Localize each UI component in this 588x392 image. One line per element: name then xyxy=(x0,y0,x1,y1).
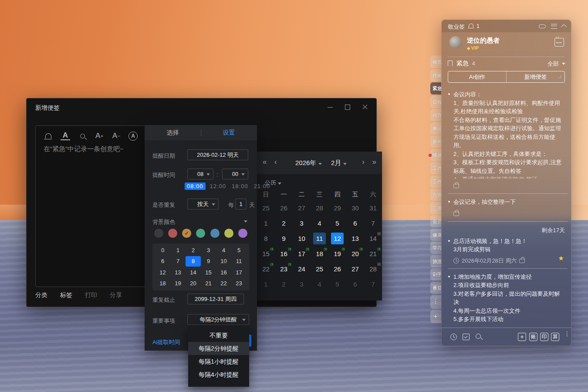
note-item[interactable]: 会议内容： 1、质量控制:认真把好原材料、构配件使用 关,杜绝使用未经检验或检验… xyxy=(448,86,568,194)
hour-cell[interactable]: 2 xyxy=(186,245,201,256)
recite-mode-icon[interactable]: A xyxy=(128,132,138,141)
prev-month-icon[interactable]: ‹ xyxy=(274,158,277,166)
day-cell[interactable]: 4 xyxy=(311,216,328,231)
sidebar-tab-旅游[interactable]: 旅游 xyxy=(430,255,441,267)
time-view-icon[interactable] xyxy=(450,334,457,340)
hour-cell[interactable]: 6 xyxy=(155,256,170,267)
sidebar-tab-待办[interactable]: 待办 xyxy=(430,109,441,121)
year-select[interactable]: 2026年 xyxy=(295,159,322,167)
hour-cell[interactable]: 8 xyxy=(186,256,201,267)
month-select[interactable]: 2月 xyxy=(331,159,347,167)
sidebar-tab-三班[interactable]: 三班 xyxy=(430,202,441,214)
hour-select[interactable]: 08 xyxy=(187,169,213,179)
hour-cell[interactable]: 0 xyxy=(155,245,170,256)
search-icon[interactable] xyxy=(78,131,87,141)
day-cell[interactable]: 23休 xyxy=(275,261,293,277)
menu-icon[interactable] xyxy=(551,24,557,29)
day-cell[interactable]: 19休 xyxy=(328,246,346,261)
day-cell[interactable]: 30 xyxy=(346,200,364,216)
remind-date-input[interactable]: 2026-02-12 明天 xyxy=(187,149,248,160)
hour-cell[interactable]: 11 xyxy=(231,256,247,267)
font-increase-icon[interactable]: A+ xyxy=(95,131,104,141)
day-cell[interactable]: 3 xyxy=(293,216,311,231)
sidebar-tab-工作[interactable]: 工作 xyxy=(430,176,441,188)
footer-action-分类[interactable]: 分类 xyxy=(35,291,47,299)
day-cell[interactable]: 2 xyxy=(275,277,293,292)
notification-bell-icon[interactable] xyxy=(469,24,473,27)
day-cell[interactable]: 15休 xyxy=(257,246,275,261)
day-cell[interactable]: 1 xyxy=(257,277,275,292)
star-icon[interactable]: ★ xyxy=(558,254,564,262)
next-year-icon[interactable]: » xyxy=(372,158,376,166)
day-cell[interactable]: 26 xyxy=(275,200,293,216)
day-cell[interactable]: 9 xyxy=(275,231,293,246)
color-swatch[interactable] xyxy=(224,229,233,238)
hour-cell[interactable]: 1 xyxy=(170,245,186,256)
sidebar-tab-紧急[interactable]: 紧急 xyxy=(430,82,441,95)
avatar[interactable] xyxy=(449,36,462,48)
hour-cell[interactable]: 21 xyxy=(201,278,216,289)
footer-action-标签[interactable]: 标签 xyxy=(60,291,72,299)
repeat-select[interactable]: 按天 xyxy=(187,199,219,210)
ai-create-button[interactable]: Ai创作 xyxy=(448,71,506,82)
note-item[interactable]: 会议记录，抽空整理一下 xyxy=(448,194,568,222)
sidebar-tab-工作[interactable]: 工作 xyxy=(430,162,441,174)
collapse-icon[interactable] xyxy=(561,24,567,30)
sidebar-tab-会员[interactable]: 会员 xyxy=(430,215,441,227)
next-month-icon[interactable]: › xyxy=(362,158,365,166)
hour-cell[interactable]: 10 xyxy=(216,256,231,267)
sidebar-tab-秘密[interactable]: 秘密 xyxy=(430,56,441,68)
print-box[interactable]: 印 xyxy=(540,333,548,341)
new-note-button[interactable]: 新增便签 xyxy=(506,71,564,82)
day-cell[interactable]: 27 xyxy=(293,200,311,216)
day-cell[interactable]: 22休 xyxy=(257,261,275,277)
time-preset[interactable]: 21:00 xyxy=(253,182,272,190)
color-swatch[interactable] xyxy=(154,229,163,238)
repeat-until-input[interactable]: 2099-12-31 周四 xyxy=(187,294,244,304)
day-cell[interactable]: 11 xyxy=(311,231,328,246)
footer-action-分享[interactable]: 分享 xyxy=(110,291,122,299)
ledger-box[interactable]: 账 xyxy=(529,333,537,341)
hour-cell[interactable]: 12 xyxy=(155,267,170,278)
sidebar-tab-情感[interactable]: 情感 xyxy=(430,149,441,161)
color-swatch[interactable] xyxy=(196,229,205,238)
todo-view-icon[interactable] xyxy=(463,334,470,340)
day-cell[interactable]: 8 xyxy=(257,231,275,246)
hour-cell[interactable]: 16 xyxy=(216,267,231,278)
tab-select[interactable]: 选择 xyxy=(145,125,201,140)
sidebar-tab-新年[interactable]: 新年 xyxy=(430,135,441,148)
sidebar-tab-健康[interactable]: 健康 xyxy=(430,229,441,241)
calendar-view-icon[interactable] xyxy=(554,38,564,47)
font-color-icon[interactable]: A xyxy=(61,132,70,140)
day-cell[interactable]: 7 xyxy=(364,277,382,292)
day-cell[interactable]: 5 xyxy=(328,216,346,231)
note-item[interactable]: 1.增加地推力度，增加宣传途径 2.项目收益要稳步向前 3.对老客户多多回访，提… xyxy=(448,269,568,327)
day-cell[interactable]: 21休 xyxy=(364,246,382,261)
more-tabs-icon[interactable]: ⋮ xyxy=(430,295,441,309)
day-cell[interactable]: 5 xyxy=(328,277,346,292)
hour-cell[interactable]: 4 xyxy=(216,245,231,256)
minute-select[interactable]: 00 xyxy=(222,169,248,179)
day-cell[interactable]: 25 xyxy=(257,200,275,216)
time-preset[interactable]: 18:00 xyxy=(230,182,250,190)
ai-extract-time-link[interactable]: Ai提取时间 xyxy=(152,338,180,346)
hour-cell[interactable]: 15 xyxy=(201,267,216,278)
day-cell[interactable]: 17休 xyxy=(293,246,311,261)
color-swatch[interactable]: ✓ xyxy=(182,229,191,238)
hour-cell[interactable]: 20 xyxy=(186,278,201,289)
minimize-icon[interactable] xyxy=(327,104,334,111)
day-cell[interactable]: 12 xyxy=(328,231,346,246)
hour-cell[interactable]: 22 xyxy=(216,278,231,289)
close-icon[interactable] xyxy=(362,104,368,111)
hour-cell[interactable]: 14 xyxy=(186,267,201,278)
day-cell[interactable]: 14班 xyxy=(364,231,382,246)
hour-cell[interactable]: 3 xyxy=(201,245,216,256)
day-cell[interactable]: 18休 xyxy=(311,246,328,261)
hour-cell[interactable]: 23 xyxy=(231,278,247,289)
bg-color-collapse-icon[interactable] xyxy=(244,220,247,223)
search-icon[interactable] xyxy=(476,334,481,339)
add-tab-icon[interactable]: + xyxy=(430,310,441,323)
dropdown-option[interactable]: 每隔2分钟提醒 xyxy=(188,342,249,355)
dropdown-option[interactable]: 不重要 xyxy=(188,329,249,342)
dropdown-option[interactable]: 每隔4小时提醒 xyxy=(188,368,249,381)
